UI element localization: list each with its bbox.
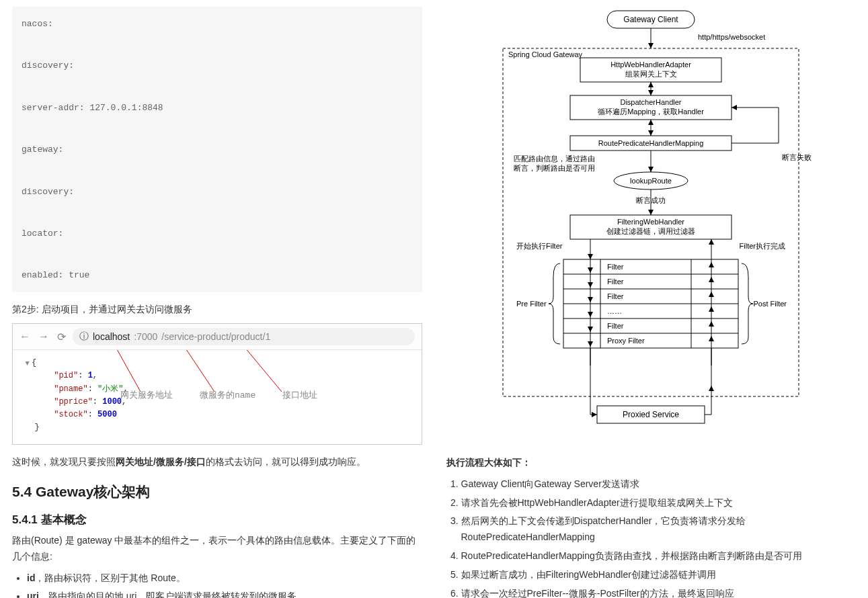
svg-marker-15 <box>648 82 654 87</box>
browser-toolbar: ← → ⟳ ⓘ localhost:7000/service-product/p… <box>13 324 422 350</box>
address-bar[interactable]: ⓘ localhost:7000/service-product/product… <box>73 328 415 345</box>
svg-text:Proxy Filter: Proxy Filter <box>607 337 645 345</box>
svg-text:断言失败: 断言失败 <box>782 153 812 161</box>
list-item: uri，路由指向的目的地 uri，即客户端请求最终被转发到的微服务。 <box>27 589 422 598</box>
svg-marker-46 <box>709 239 714 245</box>
list-item: 请求会一次经过PreFilter--微服务-PostFilter的方法，最终返回… <box>461 586 857 598</box>
svg-text:匹配路由信息，通过路由: 匹配路由信息，通过路由 <box>514 155 595 163</box>
json-close-brace: } <box>34 423 39 432</box>
exec-flow-list: Gateway Client向Gateway Server发送请求请求首先会被H… <box>461 476 857 598</box>
list-item: 请求首先会被HttpWebHandlerAdapter进行提取组装成网关上下文 <box>461 495 857 511</box>
text-frag: 这时候，就发现只要按照 <box>12 456 116 467</box>
heading-5-4: 5.4 Gateway核心架构 <box>12 482 422 501</box>
json-line: "pid": 1, <box>25 370 409 382</box>
svg-marker-36 <box>648 210 654 215</box>
exec-flow-title: 执行流程大体如下： <box>446 455 857 471</box>
svg-text:HttpWebHandlerAdapter: HttpWebHandlerAdapter <box>610 60 691 69</box>
svg-text:Spring Cloud Gateway: Spring Cloud Gateway <box>508 50 583 58</box>
svg-text:断言，判断路由是否可用: 断言，判断路由是否可用 <box>514 164 595 172</box>
svg-text:Filter: Filter <box>607 322 624 330</box>
heading-5-4-1: 5.4.1 基本概念 <box>12 512 422 527</box>
json-line: "stock": 5000 <box>25 409 409 421</box>
svg-text:循环遍历Mapping，获取Handler: 循环遍历Mapping，获取Handler <box>598 108 704 116</box>
svg-marker-83 <box>592 412 597 417</box>
svg-text:http/https/websocket: http/https/websocket <box>698 33 765 41</box>
annotation-gateway: 网关服务地址 <box>120 389 173 403</box>
svg-text:FilteringWebHandler: FilteringWebHandler <box>617 218 684 226</box>
reload-icon[interactable]: ⟳ <box>57 331 66 343</box>
svg-text:创建过滤器链，调用过滤器: 创建过滤器链，调用过滤器 <box>606 227 695 235</box>
svg-marker-32 <box>648 167 654 172</box>
after-browser-text: 这时候，就发现只要按照网关地址/微服务/接口的格式去访问，就可以得到成功响应。 <box>12 454 422 470</box>
svg-text:Post Filter: Post Filter <box>754 300 787 308</box>
svg-text:Gateway Client: Gateway Client <box>624 15 679 24</box>
url-path: /service-product/product/1 <box>161 331 270 342</box>
svg-marker-20 <box>648 130 654 136</box>
svg-text:组装网关上下文: 组装网关上下文 <box>625 70 677 78</box>
back-icon[interactable]: ← <box>19 331 30 343</box>
list-item: 然后网关的上下文会传递到DispatcherHandler，它负责将请求分发给R… <box>461 513 857 546</box>
svg-text:lookupRoute: lookupRoute <box>630 177 672 185</box>
svg-text:RoutePredicateHandlerMapping: RoutePredicateHandlerMapping <box>598 139 704 147</box>
svg-text:Pre Filter: Pre Filter <box>516 300 547 308</box>
svg-text:断言成功: 断言成功 <box>636 196 666 204</box>
svg-marker-29 <box>732 105 737 110</box>
svg-marker-44 <box>588 254 593 259</box>
flowchart-diagram: Gateway Client http/https/websocket Spri… <box>446 7 857 441</box>
svg-marker-21 <box>648 120 654 125</box>
text-frag: 的格式去访问，就可以得到成功响应。 <box>206 456 366 467</box>
basic-concepts-list: id，路由标识符，区别于其他 Route。uri，路由指向的目的地 uri，即客… <box>27 570 422 598</box>
list-item: id，路由标识符，区别于其他 Route。 <box>27 570 422 587</box>
svg-text:DispatcherHandler: DispatcherHandler <box>621 98 682 106</box>
step2-text: 第2步: 启动项目，并通过网关去访问微服务 <box>12 302 422 318</box>
svg-marker-6 <box>648 43 654 48</box>
text-frag-bold: 网关地址/微服务/接口 <box>116 456 206 467</box>
forward-icon[interactable]: → <box>38 331 49 343</box>
json-response-pane: ▶{ "pid": 1, "pname": "小米", "pprice": 10… <box>13 350 422 444</box>
svg-text:Filter: Filter <box>607 263 624 271</box>
svg-marker-14 <box>648 90 654 95</box>
svg-text:Filter: Filter <box>607 277 624 286</box>
list-item: 如果过断言成功，由FilteringWebHandler创建过滤器链并调用 <box>461 567 857 583</box>
url-host: localhost <box>93 331 130 342</box>
info-icon: ⓘ <box>79 331 89 343</box>
svg-text:……: …… <box>607 307 622 315</box>
json-open-brace: { <box>32 358 36 368</box>
svg-text:Proxied Service: Proxied Service <box>623 410 679 419</box>
list-item: RoutePredicateHandlerMapping负责路由查找，并根据路由… <box>461 548 857 564</box>
svg-text:Filter执行完成: Filter执行完成 <box>740 242 785 250</box>
list-item: Gateway Client向Gateway Server发送请求 <box>461 476 857 493</box>
annotation-api: 接口地址 <box>282 389 317 403</box>
annotation-service: 微服务的name <box>200 389 255 403</box>
svg-text:开始执行Filter: 开始执行Filter <box>516 242 563 250</box>
browser-frame: ← → ⟳ ⓘ localhost:7000/service-product/p… <box>12 323 422 445</box>
url-port: :7000 <box>134 331 157 342</box>
svg-marker-86 <box>709 386 714 391</box>
yaml-code-block: nacos: discovery: server-addr: 127.0.0.1… <box>12 7 422 292</box>
p-541: 路由(Route) 是 gateway 中最基本的组件之一，表示一个具体的路由信… <box>12 533 422 565</box>
svg-text:Filter: Filter <box>607 292 624 300</box>
